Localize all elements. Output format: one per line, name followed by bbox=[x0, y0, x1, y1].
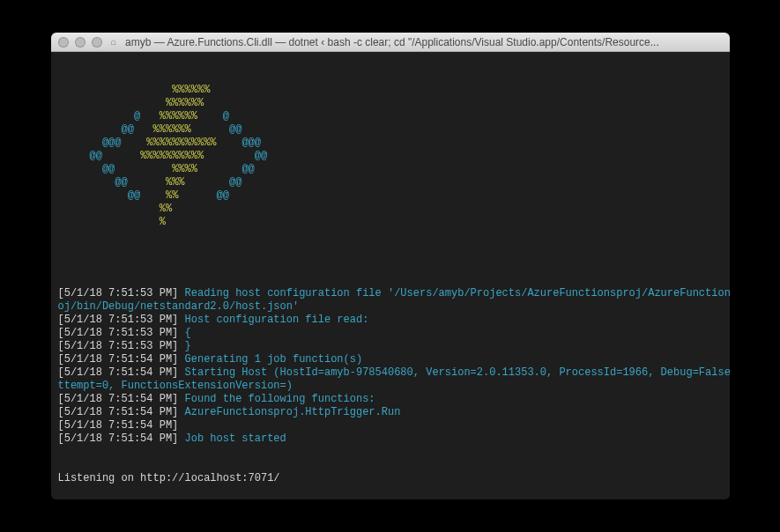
listening-line: Listening on http://localhost:7071/ bbox=[58, 472, 723, 485]
close-button[interactable] bbox=[58, 37, 69, 48]
logo-line: % bbox=[58, 216, 723, 229]
terminal-window: ⌂ amyb — Azure.Functions.Cli.dll — dotne… bbox=[51, 33, 730, 499]
logo-line: @@ %% @@ bbox=[58, 189, 723, 203]
log-line: [5/1/18 7:51:54 PM] bbox=[58, 419, 723, 432]
log-line: [5/1/18 7:51:54 PM] Job host started bbox=[58, 432, 723, 446]
log-lines: [5/1/18 7:51:53 PM] Reading host configu… bbox=[58, 287, 723, 446]
logo-line: @@ %%% @@ bbox=[58, 176, 723, 189]
logo-line: %%%%%% bbox=[58, 84, 723, 97]
log-line: [5/1/18 7:51:53 PM] } bbox=[58, 340, 723, 353]
log-line: [5/1/18 7:51:54 PM] AzureFunctionsproj.H… bbox=[58, 406, 723, 419]
traffic-lights bbox=[58, 37, 102, 48]
logo-line: @@ %%%% @@ bbox=[58, 163, 723, 176]
log-line: [5/1/18 7:51:53 PM] { bbox=[58, 327, 723, 340]
logo-line: @@ %%%%%% @@ bbox=[58, 123, 723, 137]
logo-line: @ %%%%%% @ bbox=[58, 110, 723, 123]
logo-line: %%%%%% bbox=[58, 97, 723, 110]
home-icon: ⌂ bbox=[111, 37, 117, 48]
window-title: amyb — Azure.Functions.Cli.dll — dotnet … bbox=[125, 36, 659, 48]
log-line: oj/bin/Debug/netstandard2.0/host.json' bbox=[58, 300, 723, 314]
ascii-logo: %%%%%% %%%%%% @ %%%%%% @ @@ %%%%%% @@ @@… bbox=[58, 84, 723, 229]
log-line: [5/1/18 7:51:53 PM] Reading host configu… bbox=[58, 287, 723, 300]
minimize-button[interactable] bbox=[75, 37, 85, 48]
log-line: ttempt=0, FunctionsExtensionVersion=) bbox=[58, 380, 723, 393]
titlebar[interactable]: ⌂ amyb — Azure.Functions.Cli.dll — dotne… bbox=[51, 33, 730, 52]
log-line: [5/1/18 7:51:54 PM] Found the following … bbox=[58, 393, 723, 406]
log-line: [5/1/18 7:51:54 PM] Starting Host (HostI… bbox=[58, 366, 723, 380]
logo-line: @@ %%%%%%%%%% @@ bbox=[58, 150, 723, 163]
logo-line: @@@ %%%%%%%%%%% @@@ bbox=[58, 137, 723, 150]
logo-line: %% bbox=[58, 203, 723, 216]
log-line: [5/1/18 7:51:53 PM] Host configuration f… bbox=[58, 314, 723, 327]
zoom-button[interactable] bbox=[92, 37, 102, 48]
terminal-output[interactable]: %%%%%% %%%%%% @ %%%%%% @ @@ %%%%%% @@ @@… bbox=[51, 52, 730, 499]
log-line: [5/1/18 7:51:54 PM] Generating 1 job fun… bbox=[58, 353, 723, 366]
